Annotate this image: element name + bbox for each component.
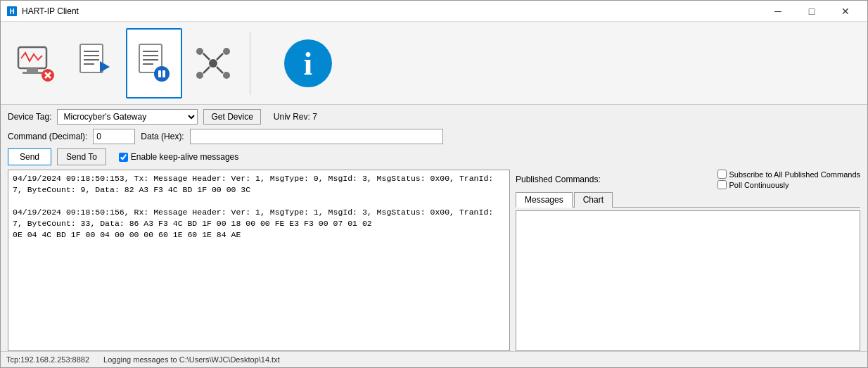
- svg-rect-8: [80, 44, 103, 72]
- device-tag-label: Device Tag:: [8, 112, 51, 122]
- data-label: Data (Hex):: [141, 132, 184, 141]
- svg-line-27: [203, 53, 210, 60]
- svg-text:H: H: [9, 8, 14, 15]
- send-to-button[interactable]: Send To: [57, 148, 106, 165]
- network-icon: [192, 39, 234, 88]
- published-header: Published Commands: Subscribe to All Pub…: [516, 170, 860, 189]
- command-input[interactable]: [93, 129, 135, 144]
- poll-label[interactable]: Poll Continuously: [717, 180, 860, 189]
- window-controls: ─ □ ✕: [762, 1, 862, 22]
- messages-area[interactable]: [516, 210, 860, 351]
- maximize-button[interactable]: □: [796, 1, 828, 22]
- send-button[interactable]: Send: [8, 148, 51, 165]
- status-bar: Tcp:192.168.2.253:8882 Logging messages …: [1, 351, 867, 367]
- command-label: Command (Decimal):: [8, 132, 87, 141]
- toolbar-divider: [250, 32, 250, 95]
- get-device-button[interactable]: Get Device: [203, 109, 260, 125]
- right-column: Published Commands: Subscribe to All Pub…: [516, 170, 860, 351]
- subscribe-checkbox[interactable]: [717, 170, 727, 179]
- device-tag-row: Device Tag: Microcyber's Gateway Get Dev…: [8, 109, 860, 125]
- svg-text:i: i: [304, 46, 313, 82]
- svg-point-19: [154, 66, 170, 82]
- disconnect-button[interactable]: [8, 28, 64, 99]
- logging-status: Logging messages to C:\Users\WJC\Desktop…: [103, 355, 280, 364]
- poll-checkbox[interactable]: [717, 180, 727, 189]
- keep-alive-label[interactable]: Enable keep-alive messages: [119, 152, 238, 162]
- app-icon: H: [6, 6, 18, 17]
- published-label: Published Commands:: [516, 175, 601, 184]
- connect-icon: [74, 39, 116, 88]
- tab-chart[interactable]: Chart: [574, 192, 613, 208]
- tab-messages[interactable]: Messages: [516, 192, 573, 208]
- data-input[interactable]: [190, 129, 443, 144]
- minimize-button[interactable]: ─: [762, 1, 794, 22]
- info-button[interactable]: i: [273, 28, 343, 99]
- univ-rev-label: Univ Rev: 7: [274, 112, 317, 122]
- main-area: Device Tag: Microcyber's Gateway Get Dev…: [1, 105, 867, 351]
- title-bar: H HART-IP Client ─ □ ✕: [1, 1, 867, 22]
- left-column: 04/19/2024 09:18:50:153, Tx: Message Hea…: [8, 170, 510, 351]
- network-button[interactable]: [185, 28, 241, 99]
- subscribe-label[interactable]: Subscribe to All Published Commands: [717, 170, 860, 179]
- svg-rect-20: [158, 70, 161, 77]
- disconnect-icon: [15, 39, 57, 88]
- svg-rect-4: [23, 72, 42, 74]
- svg-point-23: [196, 48, 203, 55]
- svg-marker-13: [100, 61, 110, 72]
- window-title: HART-IP Client: [22, 6, 762, 16]
- command-row: Command (Decimal): Data (Hex):: [8, 129, 860, 144]
- svg-point-25: [196, 72, 203, 79]
- log-area: 04/19/2024 09:18:50:153, Tx: Message Hea…: [8, 170, 510, 351]
- record-button[interactable]: [126, 28, 182, 99]
- content-columns: 04/19/2024 09:18:50:153, Tx: Message Hea…: [8, 170, 860, 351]
- svg-line-29: [203, 67, 210, 73]
- send-row: Send Send To Enable keep-alive messages: [8, 148, 860, 165]
- svg-rect-3: [27, 68, 38, 72]
- connection-status: Tcp:192.168.2.253:8882: [6, 355, 89, 364]
- svg-line-28: [217, 53, 223, 60]
- device-tag-select[interactable]: Microcyber's Gateway: [57, 109, 198, 125]
- svg-line-30: [217, 67, 223, 73]
- svg-point-26: [223, 72, 230, 79]
- connect-button[interactable]: [67, 28, 123, 99]
- toolbar: i: [1, 22, 867, 105]
- svg-point-22: [209, 59, 217, 68]
- svg-rect-21: [162, 70, 165, 77]
- record-icon: [133, 39, 175, 88]
- tabs: Messages Chart: [516, 192, 860, 208]
- svg-point-24: [223, 48, 230, 55]
- published-checkboxes: Subscribe to All Published Commands Poll…: [717, 170, 860, 189]
- keep-alive-checkbox[interactable]: [119, 153, 128, 162]
- close-button[interactable]: ✕: [829, 1, 862, 22]
